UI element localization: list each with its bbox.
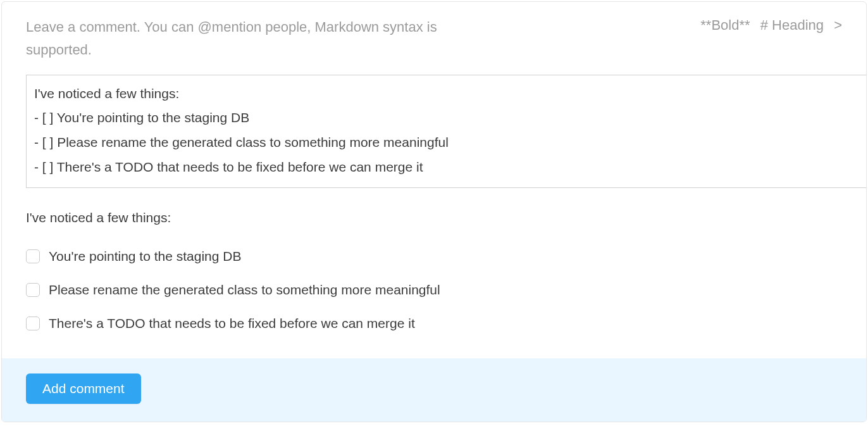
task-label: Please rename the generated class to som… — [49, 278, 440, 303]
editor-line: - [ ] Please rename the generated class … — [34, 130, 859, 155]
task-item: There's a TODO that needs to be fixed be… — [26, 311, 842, 336]
markdown-hints: **Bold** # Heading > — [694, 16, 842, 34]
editor-line: I've noticed a few things: — [34, 82, 859, 106]
editor-line: - [ ] You're pointing to the staging DB — [34, 106, 859, 130]
preview-intro: I've noticed a few things: — [26, 206, 842, 230]
task-label: You're pointing to the staging DB — [49, 244, 241, 269]
comment-preview: I've noticed a few things: You're pointi… — [2, 188, 866, 358]
add-comment-button[interactable]: Add comment — [26, 373, 141, 404]
task-checkbox[interactable] — [26, 317, 40, 330]
hint-heading: # Heading — [760, 17, 824, 33]
editor-line: - [ ] There's a TODO that needs to be fi… — [34, 155, 859, 180]
comment-panel: Leave a comment. You can @mention people… — [1, 1, 867, 422]
comment-placeholder: Leave a comment. You can @mention people… — [26, 16, 481, 62]
task-item: You're pointing to the staging DB — [26, 244, 842, 269]
comment-footer: Add comment — [2, 358, 866, 422]
hint-bold: **Bold** — [700, 17, 750, 33]
task-checkbox[interactable] — [26, 249, 40, 263]
comment-header: Leave a comment. You can @mention people… — [2, 2, 866, 70]
task-checkbox[interactable] — [26, 283, 40, 297]
task-label: There's a TODO that needs to be fixed be… — [49, 311, 415, 336]
hint-quote: > — [834, 17, 842, 33]
comment-editor[interactable]: I've noticed a few things: - [ ] You're … — [26, 75, 866, 188]
task-item: Please rename the generated class to som… — [26, 278, 842, 303]
